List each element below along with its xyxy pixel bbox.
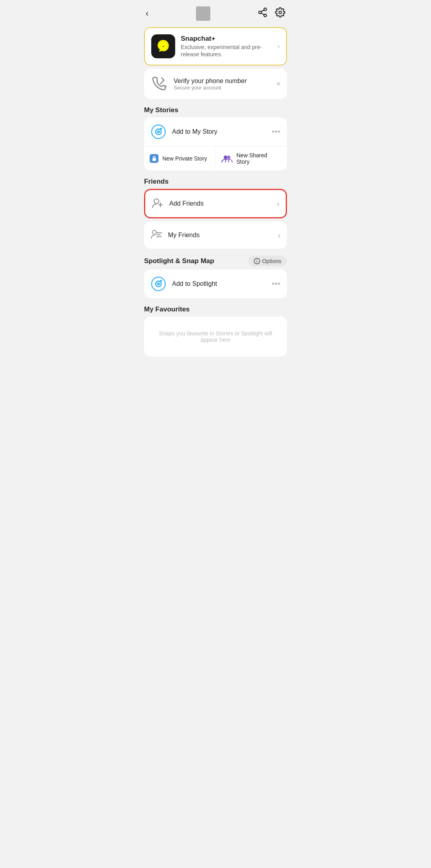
add-friends-label: Add Friends	[169, 200, 271, 207]
snapchat-plus-subtitle: Exclusive, experimental and pre-release …	[181, 44, 272, 58]
settings-icon[interactable]	[275, 7, 285, 20]
my-friends-chevron: ›	[278, 231, 281, 240]
svg-line-4	[261, 10, 264, 12]
svg-point-15	[154, 199, 159, 204]
add-to-story-row[interactable]: Add to My Story •••	[144, 117, 287, 146]
phone-icon	[150, 75, 168, 93]
friends-label: Friends	[144, 178, 287, 186]
phone-verify-title: Verify your phone number	[174, 77, 271, 85]
add-story-label: Add to My Story	[172, 128, 266, 135]
my-stories-label: My Stories	[144, 106, 287, 114]
svg-point-25	[157, 283, 160, 285]
favourites-empty-text: Snaps you favourite in Stories or Spotli…	[144, 321, 287, 353]
add-friends-row[interactable]: Add Friends ›	[145, 190, 286, 217]
snapchat-plus-text: Snapchat+ Exclusive, experimental and pr…	[181, 35, 272, 58]
shared-icon	[221, 153, 233, 164]
favourites-card: Snaps you favourite in Stories or Spotli…	[144, 317, 287, 357]
header-center-block	[196, 6, 210, 21]
phone-card-inner: Verify your phone number Secure your acc…	[144, 69, 287, 99]
stories-bottom-row: New Private Story New Shared Story	[144, 146, 287, 170]
phone-verify-subtitle: Secure your account	[174, 85, 271, 91]
svg-rect-12	[152, 158, 156, 161]
add-to-spotlight-label: Add to Spotlight	[172, 280, 266, 287]
phone-verify-close[interactable]: ×	[276, 80, 281, 88]
svg-line-3	[261, 13, 264, 15]
svg-point-18	[152, 230, 156, 234]
snapchat-plus-chevron: ›	[278, 43, 280, 50]
spotlight-header: Spotlight & Snap Map i Options	[144, 256, 287, 266]
svg-point-5	[279, 11, 282, 14]
snapchat-plus-title: Snapchat+	[181, 35, 272, 43]
add-to-spotlight-row[interactable]: Add to Spotlight •••	[144, 270, 287, 298]
add-friends-icon	[152, 197, 164, 210]
add-friends-card[interactable]: Add Friends ›	[144, 189, 287, 218]
new-private-story-button[interactable]: New Private Story	[144, 147, 216, 170]
options-info-icon: i	[254, 258, 260, 264]
spotlight-label: Spotlight & Snap Map	[144, 257, 214, 265]
snapchat-plus-card[interactable]: + Snapchat+ Exclusive, experimental and …	[144, 27, 287, 65]
svg-point-14	[227, 156, 230, 159]
new-shared-story-button[interactable]: New Shared Story	[216, 147, 287, 170]
phone-text: Verify your phone number Secure your acc…	[174, 77, 271, 91]
my-stories-card: Add to My Story ••• New Private Story	[144, 117, 287, 170]
add-friends-chevron: ›	[277, 199, 279, 208]
lock-icon	[150, 154, 158, 163]
story-dots-icon[interactable]: •••	[272, 128, 281, 136]
spotlight-dots-icon[interactable]: •••	[272, 280, 281, 288]
svg-rect-11	[160, 128, 162, 129]
snapchat-plus-icon: +	[151, 34, 175, 58]
share-icon[interactable]	[257, 7, 268, 20]
add-story-camera-icon	[150, 124, 166, 140]
new-private-story-label: New Private Story	[162, 155, 207, 162]
new-shared-story-label: New Shared Story	[237, 152, 282, 165]
svg-point-10	[157, 131, 160, 133]
my-friends-row[interactable]: My Friends ›	[144, 222, 287, 249]
back-button[interactable]: ‹	[146, 8, 148, 19]
spotlight-camera-icon	[150, 276, 166, 292]
my-friends-card: My Friends ›	[144, 222, 287, 249]
phone-verify-card: Verify your phone number Secure your acc…	[144, 69, 287, 99]
my-friends-icon	[150, 229, 162, 242]
svg-rect-26	[160, 280, 162, 281]
spotlight-card: Add to Spotlight •••	[144, 270, 287, 298]
app-header: ‹	[138, 0, 293, 24]
svg-point-13	[223, 156, 227, 159]
options-badge[interactable]: i Options	[248, 256, 287, 266]
options-label: Options	[262, 258, 281, 264]
svg-text:+: +	[162, 45, 164, 48]
my-friends-label: My Friends	[168, 232, 272, 239]
my-favourites-label: My Favourites	[144, 305, 287, 313]
